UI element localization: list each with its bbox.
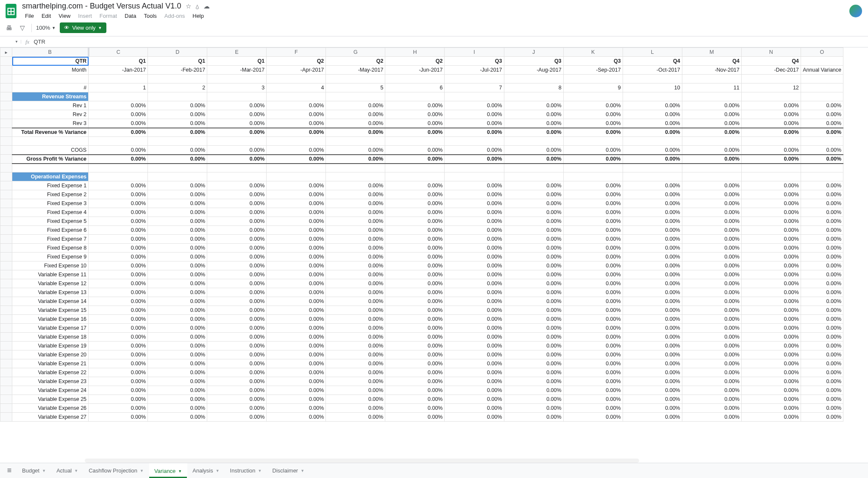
column-header-I[interactable]: I [445,48,504,57]
row-label[interactable]: Variable Expense 21 [12,359,89,368]
cell[interactable]: 0.00% [207,155,267,164]
cell[interactable]: 0.00% [326,333,385,342]
cell[interactable]: 0.00% [623,226,682,235]
cell[interactable]: 0.00% [445,235,504,244]
cell[interactable]: 0.00% [148,368,207,377]
menu-insert[interactable]: Insert [75,11,95,20]
cell[interactable]: 0.00% [89,288,148,297]
cell[interactable]: 0.00% [801,359,843,368]
cell[interactable]: 0.00% [267,217,326,226]
cell[interactable] [89,164,148,172]
cell[interactable]: 0.00% [89,333,148,342]
column-header-F[interactable]: F [267,48,326,57]
cell[interactable]: 0.00% [267,404,326,413]
cell[interactable]: -May-2017 [326,66,385,75]
cell[interactable] [89,92,148,101]
cell[interactable]: 0.00% [623,306,682,315]
cell[interactable]: 0.00% [801,288,843,297]
cell[interactable]: 0.00% [623,217,682,226]
cell[interactable]: 0.00% [267,128,326,137]
cell[interactable]: 0.00% [504,288,563,297]
cell[interactable]: 0.00% [267,413,326,422]
row-label[interactable]: Fixed Expense 9 [12,253,89,261]
cell[interactable]: 0.00% [445,315,504,324]
row-header[interactable] [0,217,12,226]
cell[interactable]: 0.00% [89,217,148,226]
cell[interactable]: 0.00% [801,279,843,288]
cell[interactable]: 0.00% [682,386,741,395]
row-label[interactable] [12,75,89,83]
menu-edit[interactable]: Edit [39,11,54,20]
cell[interactable]: 0.00% [623,279,682,288]
cell[interactable]: 0.00% [623,297,682,306]
cell[interactable]: 0.00% [445,128,504,137]
row-header[interactable] [0,235,12,244]
cell[interactable]: 0.00% [326,368,385,377]
cell[interactable]: 0.00% [801,333,843,342]
cell[interactable]: 0.00% [741,342,801,350]
cell[interactable]: 0.00% [148,253,207,261]
column-header-G[interactable]: G [326,48,385,57]
cell[interactable]: 0.00% [445,368,504,377]
cell[interactable]: 0.00% [89,155,148,164]
sheets-logo-icon[interactable] [4,2,18,20]
cell[interactable]: 11 [682,83,741,92]
cell[interactable] [385,92,445,101]
cell[interactable]: 0.00% [682,146,741,155]
row-header[interactable] [0,92,12,101]
column-header-C[interactable]: C [89,48,148,57]
cell[interactable]: 0.00% [741,279,801,288]
cell[interactable] [445,164,504,172]
cell[interactable]: 0.00% [207,368,267,377]
cell[interactable]: 0.00% [148,333,207,342]
cell[interactable]: 0.00% [504,244,563,253]
row-header[interactable] [0,279,12,288]
row-label[interactable]: Fixed Expense 6 [12,226,89,235]
cell[interactable] [623,164,682,172]
row-header[interactable] [0,119,12,128]
menu-format[interactable]: Format [97,11,120,20]
cell[interactable]: 0.00% [148,288,207,297]
cell[interactable]: 0.00% [563,119,623,128]
cell[interactable]: 0.00% [207,333,267,342]
cell[interactable]: Q1 [207,57,267,66]
cell[interactable]: 0.00% [148,342,207,350]
cell[interactable]: 0.00% [385,119,445,128]
cell[interactable]: 0.00% [267,235,326,244]
cell[interactable]: 0.00% [623,101,682,110]
cell[interactable]: 0.00% [682,279,741,288]
cell[interactable]: 0.00% [445,217,504,226]
cell[interactable]: 0.00% [148,110,207,119]
cell[interactable]: 0.00% [148,128,207,137]
cell[interactable]: 0.00% [207,261,267,270]
cell[interactable]: 0.00% [623,342,682,350]
cell[interactable]: 0.00% [682,413,741,422]
cell[interactable]: 0.00% [445,261,504,270]
cell[interactable]: 5 [326,83,385,92]
cell[interactable] [445,92,504,101]
cell[interactable]: 0.00% [385,235,445,244]
chevron-down-icon[interactable]: ▼ [216,469,220,473]
cell[interactable]: 0.00% [148,297,207,306]
cell[interactable]: 0.00% [89,359,148,368]
cell[interactable]: 0.00% [89,146,148,155]
cell[interactable]: 0.00% [148,101,207,110]
cell[interactable]: 0.00% [89,235,148,244]
cell[interactable]: 0.00% [682,288,741,297]
cell[interactable] [445,137,504,146]
cell[interactable]: 0.00% [385,181,445,190]
cell[interactable]: 0.00% [801,208,843,217]
cell[interactable]: 0.00% [801,342,843,350]
cell[interactable]: 0.00% [504,342,563,350]
row-label[interactable] [12,137,89,146]
cell[interactable]: 0.00% [741,368,801,377]
cell[interactable] [267,92,326,101]
cell[interactable]: 0.00% [89,279,148,288]
cell[interactable]: 0.00% [741,270,801,279]
cell[interactable] [682,137,741,146]
cell[interactable] [267,75,326,83]
cell[interactable]: 0.00% [623,413,682,422]
cell[interactable]: 0.00% [563,110,623,119]
cell[interactable]: 0.00% [563,386,623,395]
cell[interactable]: 0.00% [563,359,623,368]
